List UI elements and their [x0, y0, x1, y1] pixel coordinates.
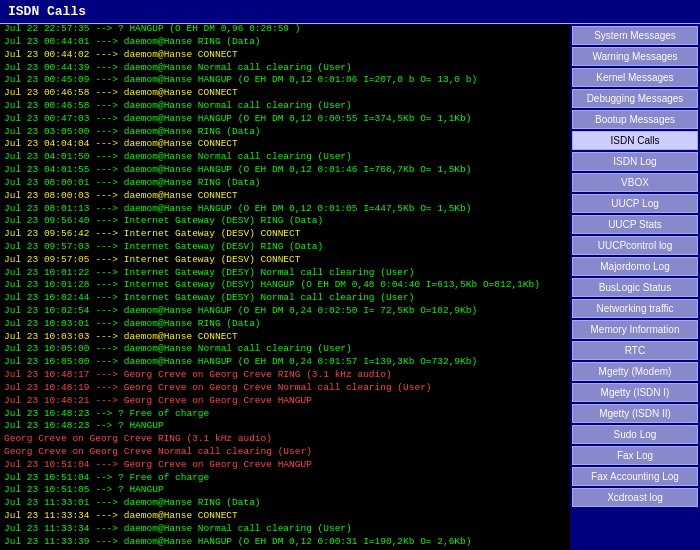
log-line: Jul 23 10:51:04 --> ? Free of charge [4, 472, 566, 485]
log-line: Jul 23 00:44:39 ---> daemom@Hanse Normal… [4, 62, 566, 75]
log-line: Jul 23 10:05:00 ---> daemom@Hanse Normal… [4, 343, 566, 356]
sidebar-btn-bootup-messages[interactable]: Bootup Messages [572, 110, 698, 129]
log-line: Jul 23 00:44:01 ---> daemom@Hanse RING (… [4, 36, 566, 49]
sidebar-btn-fax-accounting-log[interactable]: Fax Accounting Log [572, 467, 698, 486]
log-line: Jul 23 10:02:44 ---> Internet Gateway (D… [4, 292, 566, 305]
sidebar-btn-isdn-log[interactable]: ISDN Log [572, 152, 698, 171]
log-line: Jul 23 10:48:19 ---> Georg Creve on Geor… [4, 382, 566, 395]
log-line: Jul 23 08:01:13 ---> daemom@Hanse HANGUP… [4, 203, 566, 216]
sidebar-btn-mgetty-isdn1[interactable]: Mgetty (ISDN I) [572, 383, 698, 402]
log-line: Jul 23 09:57:05 ---> Internet Gateway (D… [4, 254, 566, 267]
log-line: Jul 23 10:03:01 ---> daemom@Hanse RING (… [4, 318, 566, 331]
sidebar-btn-sudo-log[interactable]: Sudo Log [572, 425, 698, 444]
log-line: Georg Creve on Georg Creve RING (3.1 kHz… [4, 433, 566, 446]
sidebar: System MessagesWarning MessagesKernel Me… [570, 24, 700, 550]
sidebar-btn-warning-messages[interactable]: Warning Messages [572, 47, 698, 66]
log-line: Jul 23 10:01:28 ---> Internet Gateway (D… [4, 279, 566, 292]
log-line: Jul 23 00:44:02 ---> daemom@Hanse CONNEC… [4, 49, 566, 62]
sidebar-btn-mgetty-isdn2[interactable]: Mgetty (ISDN II) [572, 404, 698, 423]
sidebar-btn-rtc[interactable]: RTC [572, 341, 698, 360]
log-line: Jul 23 10:48:23 --> ? Free of charge [4, 408, 566, 421]
log-line: Jul 23 11:33:34 ---> daemom@Hanse Normal… [4, 523, 566, 536]
sidebar-btn-memory-information[interactable]: Memory Information [572, 320, 698, 339]
sidebar-btn-mgetty-modem[interactable]: Mgetty (Modem) [572, 362, 698, 381]
log-line: Jul 23 11:33:01 ---> daemom@Hanse RING (… [4, 497, 566, 510]
log-line: Jul 23 10:48:23 --> ? HANGUP [4, 420, 566, 433]
sidebar-btn-networking-traffic[interactable]: Networking traffic [572, 299, 698, 318]
log-line: Jul 23 09:57:03 ---> Internet Gateway (D… [4, 241, 566, 254]
log-line: Georg Creve on Georg Creve Normal call c… [4, 446, 566, 459]
sidebar-btn-kernel-messages[interactable]: Kernel Messages [572, 68, 698, 87]
log-line: Jul 23 11:33:34 ---> daemom@Hanse CONNEC… [4, 510, 566, 523]
sidebar-btn-fax-log[interactable]: Fax Log [572, 446, 698, 465]
log-line: Jul 23 08:00:03 ---> daemom@Hanse CONNEC… [4, 190, 566, 203]
main-container: Jul 22 21:22:21,23:00 ---> daemom@Hanse … [0, 24, 700, 550]
log-line: Jul 23 10:03:03 ---> daemom@Hanse CONNEC… [4, 331, 566, 344]
window-title: ISDN Calls [0, 0, 700, 24]
log-line: Jul 23 00:45:09 ---> daemom@Hanse HANGUP… [4, 74, 566, 87]
sidebar-btn-debugging-messages[interactable]: Debugging Messages [572, 89, 698, 108]
log-line: Jul 23 10:05:00 ---> daemom@Hanse HANGUP… [4, 356, 566, 369]
log-area[interactable]: Jul 22 21:22:21,23:00 ---> daemom@Hanse … [0, 24, 570, 550]
log-line: Jul 23 10:51:05 --> ? HANGUP [4, 484, 566, 497]
log-line: Jul 23 08:00:01 ---> daemom@Hanse RING (… [4, 177, 566, 190]
log-line: Jul 23 11:33:39 ---> daemom@Hanse HANGUP… [4, 536, 566, 549]
log-line: Jul 23 10:51:04 ---> Georg Creve on Geor… [4, 459, 566, 472]
log-line: Jul 23 04:01:55 ---> daemom@Hanse HANGUP… [4, 164, 566, 177]
log-line: Jul 23 10:48:21 ---> Georg Creve on Geor… [4, 395, 566, 408]
log-line: Jul 23 00:47:03 ---> daemom@Hanse HANGUP… [4, 113, 566, 126]
title-text: ISDN Calls [8, 4, 86, 19]
log-line: Jul 23 10:01:22 ---> Internet Gateway (D… [4, 267, 566, 280]
log-line: Jul 23 09:56:42 ---> Internet Gateway (D… [4, 228, 566, 241]
log-line: Jul 23 09:56:40 ---> Internet Gateway (D… [4, 215, 566, 228]
sidebar-btn-uucp-log[interactable]: UUCP Log [572, 194, 698, 213]
sidebar-btn-buslogic-status[interactable]: BusLogic Status [572, 278, 698, 297]
log-line: Jul 23 00:46:58 ---> daemom@Hanse Normal… [4, 100, 566, 113]
log-line: Jul 23 04:01:50 ---> daemom@Hanse Normal… [4, 151, 566, 164]
sidebar-btn-uucp-stats[interactable]: UUCP Stats [572, 215, 698, 234]
sidebar-btn-isdn-calls[interactable]: ISDN Calls [572, 131, 698, 150]
sidebar-btn-vbox[interactable]: VBOX [572, 173, 698, 192]
log-line: Jul 23 04:04:04 ---> daemom@Hanse CONNEC… [4, 138, 566, 151]
sidebar-btn-uucpcontrol-log[interactable]: UUCPcontrol log [572, 236, 698, 255]
log-line: Jul 23 00:46:58 ---> daemom@Hanse CONNEC… [4, 87, 566, 100]
log-line: Jul 23 10:02:54 ---> daemom@Hanse HANGUP… [4, 305, 566, 318]
log-line: Jul 23 03:05:00 ---> daemom@Hanse RING (… [4, 126, 566, 139]
log-line: Jul 22 22:57:35 --> ? HANGUP (O EH DM 0,… [4, 24, 566, 36]
sidebar-btn-system-messages[interactable]: System Messages [572, 26, 698, 45]
log-line: Jul 23 10:48:17 ---> Georg Creve on Geor… [4, 369, 566, 382]
sidebar-btn-xcdroast-log[interactable]: Xcdroast log [572, 488, 698, 507]
sidebar-btn-majordomo-log[interactable]: Majordomo Log [572, 257, 698, 276]
